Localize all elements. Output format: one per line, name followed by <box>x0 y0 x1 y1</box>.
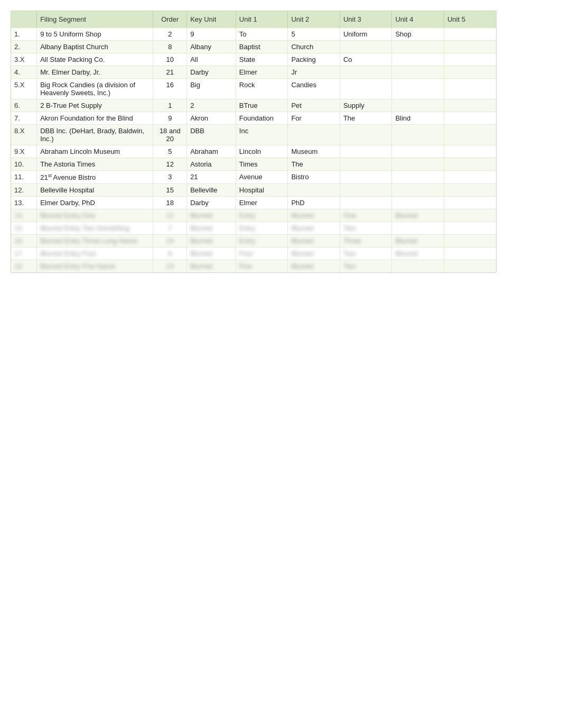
row-unit1: Rock <box>236 79 288 99</box>
row-unit4 <box>392 184 444 197</box>
row-number: 3.X <box>11 53 37 66</box>
row-unit5 <box>444 112 496 125</box>
row-unit4 <box>392 222 444 235</box>
row-filing-segment: 2 B-True Pet Supply <box>37 99 153 112</box>
row-unit3 <box>340 41 392 53</box>
row-unit3 <box>340 197 392 209</box>
row-order: 16 <box>153 79 187 99</box>
row-unit5 <box>444 79 496 99</box>
row-unit5 <box>444 145 496 158</box>
row-unit1: BTrue <box>236 99 288 112</box>
row-number: 13. <box>11 197 37 209</box>
row-key-unit: 2 <box>187 99 236 112</box>
row-unit4 <box>392 158 444 171</box>
row-filing-segment: Mr. Elmer Darby, Jr. <box>37 66 153 79</box>
row-key-unit: Belleville <box>187 184 236 197</box>
row-number: 4. <box>11 66 37 79</box>
row-unit5 <box>444 99 496 112</box>
row-unit4 <box>392 41 444 53</box>
table-row: 17.Blurred Entry Four6BlurredFourBlurred… <box>11 247 496 260</box>
row-unit3: Two <box>340 260 392 273</box>
row-unit2: Blurred <box>288 247 340 260</box>
row-key-unit: 9 <box>187 28 236 41</box>
row-filing-segment: The Astoria Times <box>37 158 153 171</box>
row-filing-segment: Blurred Entry Two Something <box>37 222 153 235</box>
row-unit1: Elmer <box>236 66 288 79</box>
row-order: 6 <box>153 247 187 260</box>
row-unit2: Packing <box>288 53 340 66</box>
header-unit2: Unit 2 <box>288 11 340 28</box>
row-unit3 <box>340 79 392 99</box>
row-number: 9.X <box>11 145 37 158</box>
row-key-unit: Blurred <box>187 209 236 222</box>
row-unit1: Foundation <box>236 112 288 125</box>
row-unit1: Four <box>236 247 288 260</box>
row-order: 18 and 20 <box>153 125 187 145</box>
row-unit2: PhD <box>288 197 340 209</box>
row-filing-segment: Belleville Hospital <box>37 184 153 197</box>
header-unit5: Unit 5 <box>444 11 496 28</box>
row-unit1: State <box>236 53 288 66</box>
row-filing-segment: DBB Inc. (DeHart, Brady, Baldwin, Inc.) <box>37 125 153 145</box>
row-filing-segment: All State Packing Co. <box>37 53 153 66</box>
row-order: 11 <box>153 209 187 222</box>
header-unit3: Unit 3 <box>340 11 392 28</box>
row-unit4 <box>392 145 444 158</box>
row-filing-segment: Big Rock Candies (a division of Heavenly… <box>37 79 153 99</box>
row-key-unit: DBB <box>187 125 236 145</box>
row-unit4: Blind <box>392 112 444 125</box>
row-order: 12 <box>153 158 187 171</box>
row-order: 18 <box>153 197 187 209</box>
row-unit3 <box>340 184 392 197</box>
table-body: 1.9 to 5 Uniform Shop29To5UniformShop2.A… <box>11 28 496 273</box>
row-unit3 <box>340 125 392 145</box>
row-unit5 <box>444 247 496 260</box>
row-number: 17. <box>11 247 37 260</box>
row-unit2: For <box>288 112 340 125</box>
row-number: 12. <box>11 184 37 197</box>
row-unit4 <box>392 79 444 99</box>
row-key-unit: Akron <box>187 112 236 125</box>
row-number: 10. <box>11 158 37 171</box>
row-unit3 <box>340 145 392 158</box>
row-unit1: Hospital <box>236 184 288 197</box>
row-unit3 <box>340 171 392 184</box>
table-row: 13.Elmer Darby, PhD18DarbyElmerPhD <box>11 197 496 209</box>
row-unit1: Lincoln <box>236 145 288 158</box>
row-number: 2. <box>11 41 37 53</box>
row-unit5 <box>444 184 496 197</box>
row-unit5 <box>444 197 496 209</box>
row-unit2 <box>288 184 340 197</box>
filing-table: Filing Segment Order Key Unit Unit 1 Uni… <box>11 11 496 272</box>
table-row: 4.Mr. Elmer Darby, Jr.21DarbyElmerJr <box>11 66 496 79</box>
row-key-unit: 21 <box>187 171 236 184</box>
row-unit2: 5 <box>288 28 340 41</box>
row-unit3 <box>340 158 392 171</box>
row-unit2: Jr <box>288 66 340 79</box>
row-key-unit: All <box>187 53 236 66</box>
row-unit2: The <box>288 158 340 171</box>
table-header-row: Filing Segment Order Key Unit Unit 1 Uni… <box>11 11 496 28</box>
row-unit5 <box>444 222 496 235</box>
table-row: 15.Blurred Entry Two Something7BlurredEn… <box>11 222 496 235</box>
row-unit4 <box>392 66 444 79</box>
row-filing-segment: Albany Baptist Church <box>37 41 153 53</box>
row-unit1: Entry <box>236 235 288 247</box>
row-unit1: Avenue <box>236 171 288 184</box>
row-unit2: Blurred <box>288 222 340 235</box>
row-unit1: Inc <box>236 125 288 145</box>
table-row: 9.XAbraham Lincoln Museum5AbrahamLincoln… <box>11 145 496 158</box>
row-key-unit: Blurred <box>187 235 236 247</box>
row-order: 5 <box>153 145 187 158</box>
row-unit3: Supply <box>340 99 392 112</box>
row-unit4 <box>392 197 444 209</box>
table-row: 12.Belleville Hospital15BellevilleHospit… <box>11 184 496 197</box>
row-unit1: Entry <box>236 222 288 235</box>
row-number: 1. <box>11 28 37 41</box>
row-filing-segment: Blurred Entry Five Name <box>37 260 153 273</box>
row-number: 8.X <box>11 125 37 145</box>
table-row: 8.XDBB Inc. (DeHart, Brady, Baldwin, Inc… <box>11 125 496 145</box>
row-number: 7. <box>11 112 37 125</box>
row-unit1: Times <box>236 158 288 171</box>
row-number: 16. <box>11 235 37 247</box>
